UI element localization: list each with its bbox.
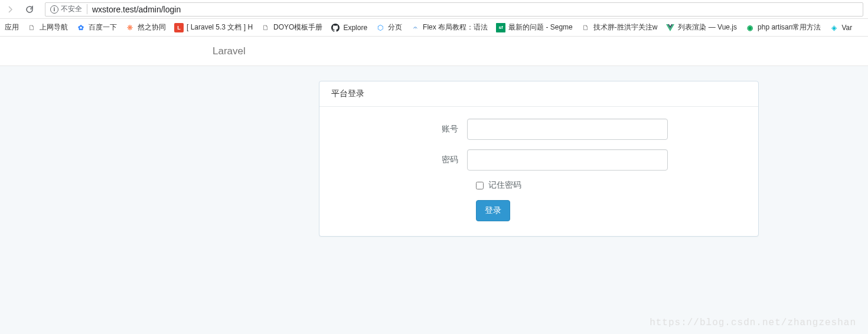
bookmark-item[interactable]: L [ Laravel 5.3 文档 ] H <box>174 22 253 32</box>
container: 平台登录 账号 密码 记住密码 登录 <box>272 81 803 237</box>
address-bar[interactable]: i 不安全 wxstore.test/admin/login <box>45 2 863 17</box>
bookmark-label: 技术胖-胜洪宇关注w <box>593 22 658 32</box>
panel-heading: 平台登录 <box>319 81 758 107</box>
bookmark-label: Explore <box>343 24 367 32</box>
file-icon: 🗋 <box>581 23 590 32</box>
bookmark-label: Var <box>841 24 852 32</box>
remember-label: 记住密码 <box>488 180 521 191</box>
security-label: 不安全 <box>61 4 82 14</box>
segmentfault-icon: sf <box>496 23 505 32</box>
fire-icon: ❋ <box>125 23 135 32</box>
bookmark-label: 然之协同 <box>138 22 166 32</box>
bookmark-item[interactable]: Explore <box>331 23 367 32</box>
flex-icon: 𝄐 <box>410 23 420 32</box>
bookmark-item[interactable]: sf 最新的问题 - Segme <box>496 22 573 32</box>
forward-button[interactable] <box>5 4 17 15</box>
bookmark-item[interactable]: ✿ 百度一下 <box>76 22 117 32</box>
bookmark-item[interactable]: ❋ 然之协同 <box>125 22 166 32</box>
url-text: wxstore.test/admin/login <box>92 5 181 14</box>
bookmark-label: 应用 <box>5 22 19 32</box>
bookmarks-bar: 应用 🗋 上网导航 ✿ 百度一下 ❋ 然之协同 L [ Laravel 5.3 … <box>0 19 868 37</box>
vue-icon <box>665 23 675 32</box>
github-icon <box>331 23 340 32</box>
baidu-icon: ✿ <box>76 23 86 32</box>
browser-toolbar: i 不安全 wxstore.test/admin/login <box>0 0 868 19</box>
file-icon: 🗋 <box>27 23 37 32</box>
bookmark-label: DOYO模板手册 <box>273 22 322 32</box>
bookmark-label: 百度一下 <box>89 22 117 32</box>
bookmark-label: 列表渲染 — Vue.js <box>678 22 737 32</box>
page-content: Laravel 平台登录 账号 密码 记住密码 <box>0 37 868 334</box>
remember-checkbox[interactable] <box>476 182 484 189</box>
login-button[interactable]: 登录 <box>476 200 510 221</box>
bookmark-item[interactable]: 列表渲染 — Vue.js <box>665 22 737 32</box>
bookmark-label: Flex 布局教程：语法 <box>423 22 488 32</box>
bookmark-item[interactable]: ◉ php artisan常用方法 <box>745 22 821 32</box>
circle-icon: ◉ <box>745 23 755 32</box>
navbar: Laravel <box>0 37 868 66</box>
password-label: 密码 <box>331 155 467 165</box>
laravel-icon: L <box>174 23 184 32</box>
navbar-brand[interactable]: Laravel <box>213 45 246 57</box>
bookmark-label: 上网导航 <box>40 22 68 32</box>
bookmark-item[interactable]: 🗋 DOYO模板手册 <box>261 22 322 32</box>
form-group-password: 密码 <box>331 149 746 171</box>
info-icon: i <box>50 5 58 14</box>
bookmark-apps[interactable]: 应用 <box>5 22 19 32</box>
bookmark-label: php artisan常用方法 <box>758 22 821 32</box>
panel-body: 账号 密码 记住密码 登录 <box>319 107 758 236</box>
login-panel: 平台登录 账号 密码 记住密码 登录 <box>319 81 759 237</box>
watermark: https://blog.csdn.net/zhangzeshan <box>650 317 856 328</box>
hex-icon: ⬡ <box>376 23 385 32</box>
username-input[interactable] <box>467 119 668 140</box>
bookmark-label: 分页 <box>388 22 402 32</box>
bookmark-item[interactable]: 𝄐 Flex 布局教程：语法 <box>410 22 488 32</box>
diamond-icon: ◈ <box>829 23 838 32</box>
reload-button[interactable] <box>24 4 35 15</box>
bookmark-item[interactable]: 🗋 上网导航 <box>27 22 68 32</box>
security-badge: i 不安全 <box>50 4 87 14</box>
bookmark-item[interactable]: ◈ Var <box>829 23 852 32</box>
bookmark-label: [ Laravel 5.3 文档 ] H <box>187 22 253 32</box>
bookmark-item[interactable]: ⬡ 分页 <box>376 22 402 32</box>
bookmark-item[interactable]: 🗋 技术胖-胜洪宇关注w <box>581 22 658 32</box>
remember-group: 记住密码 <box>476 180 746 191</box>
username-label: 账号 <box>331 124 467 135</box>
password-input[interactable] <box>467 149 668 171</box>
form-group-username: 账号 <box>331 119 746 140</box>
file-icon: 🗋 <box>261 23 270 32</box>
bookmark-label: 最新的问题 - Segme <box>508 22 573 32</box>
